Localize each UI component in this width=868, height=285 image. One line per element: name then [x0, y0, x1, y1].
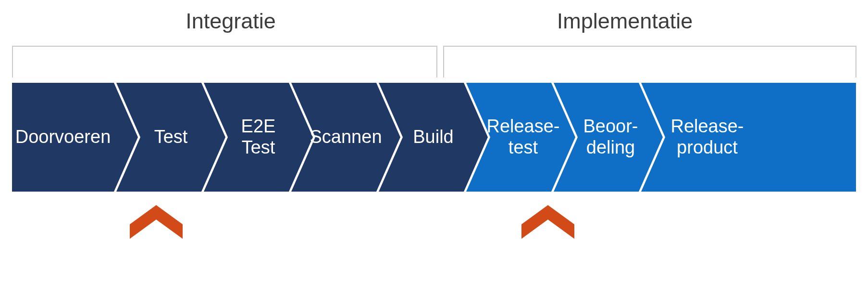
marker-icon [130, 205, 183, 239]
phase-bracket-implementation [443, 46, 856, 78]
phase-label-implementation: Implementatie [529, 9, 721, 34]
phase-bracket-integration [12, 46, 437, 78]
phase-label-integration: Integratie [135, 9, 327, 34]
pipeline-step-release-product: Release-product [641, 83, 856, 192]
pipeline-diagram: Integratie Implementatie Doorvoeren Test… [0, 0, 868, 285]
marker-icon [521, 205, 574, 239]
